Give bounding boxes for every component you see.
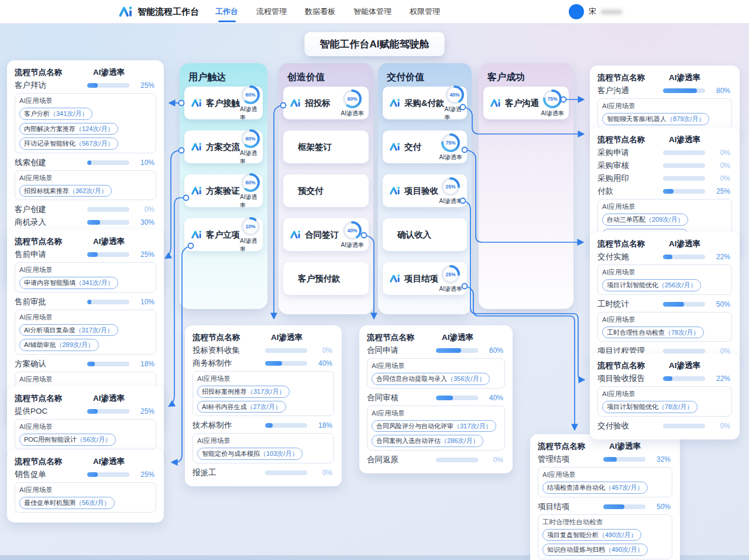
user-block[interactable]: 宋 xxxxxx bbox=[569, 4, 622, 19]
donut-block: 60% AI渗透率 bbox=[240, 128, 261, 166]
ai-scene-box: AI应用场景 智能定价与成本模拟（103次/月） bbox=[193, 433, 334, 463]
ai-scene-tag: AI分析项目复杂度（317次/月） bbox=[19, 324, 118, 336]
tag-count: （341次/月） bbox=[50, 110, 88, 117]
process-row-label: 商务标制作 bbox=[193, 358, 265, 369]
progress-bar-fill bbox=[603, 457, 617, 462]
progress-bar-fill bbox=[87, 472, 98, 477]
node-name-header: 流程节点名称 bbox=[15, 456, 87, 467]
tag-name: 项目计划智能优化 bbox=[607, 281, 658, 288]
process-node-label: 框架签订 bbox=[298, 142, 332, 153]
donut-percent-value: 40% bbox=[450, 92, 461, 98]
process-node-card[interactable]: 项目结项 25% AI渗透率 bbox=[383, 262, 467, 295]
nav-item-3[interactable]: 智能体管理 bbox=[352, 0, 393, 23]
process-row: 交付验收 0% bbox=[597, 421, 732, 431]
node-name-header: 流程节点名称 bbox=[15, 393, 87, 404]
app-logo: 智能流程工作台 bbox=[118, 4, 199, 19]
process-node-card[interactable]: 项目验收 25% AI渗透率 bbox=[383, 174, 467, 207]
tag-name: 工时合理性自动检查 bbox=[607, 329, 665, 336]
process-row: 客户沟通 80% bbox=[597, 85, 732, 96]
ai-scene-label: AI应用场景 bbox=[197, 375, 329, 383]
process-row-label: 线索创建 bbox=[15, 157, 87, 168]
progress-bar bbox=[663, 150, 705, 155]
tag-name: 客户分析 bbox=[24, 110, 50, 117]
process-node-card[interactable]: 方案验证 60% AI渗透率 bbox=[184, 174, 263, 207]
progress-bar bbox=[663, 255, 705, 259]
process-node-card[interactable]: 客户接触 60% AI渗透率 bbox=[184, 87, 263, 119]
ai-badge-icon bbox=[191, 97, 202, 109]
process-row-label: 售前审批 bbox=[15, 297, 87, 307]
avatar[interactable] bbox=[569, 4, 584, 19]
ai-scene-label: AI应用场景 bbox=[602, 102, 727, 111]
rate-header: AI渗透率 bbox=[603, 441, 672, 452]
nav-item-0[interactable]: 工作台 bbox=[214, 0, 239, 23]
progress-percent: 0% bbox=[311, 346, 332, 355]
donut-chart: 10% bbox=[240, 216, 261, 237]
process-node-card[interactable]: 客户预付款 bbox=[283, 262, 369, 295]
process-node-card[interactable]: 交付 75% AI渗透率 bbox=[383, 130, 467, 163]
ai-scene-label: AI应用场景 bbox=[19, 174, 152, 183]
process-node-card[interactable]: 招投标 60% AI渗透率 bbox=[283, 87, 369, 119]
app-title: 智能流程工作台 bbox=[138, 6, 199, 18]
progress-percent: 10% bbox=[133, 298, 154, 306]
progress-percent: 40% bbox=[311, 359, 332, 367]
tag-name: 申请内容智能预填 bbox=[24, 279, 75, 286]
process-row-label: 方案确认 bbox=[15, 359, 87, 369]
process-node-card[interactable]: 客户立项 10% AI渗透率 bbox=[184, 218, 263, 251]
process-row-label: 交付验收 bbox=[597, 421, 663, 431]
progress-percent: 32% bbox=[650, 455, 671, 463]
process-node-card[interactable]: 采购&付款 40% AI渗透率 bbox=[383, 87, 467, 119]
donut-block: 25% AI渗透率 bbox=[439, 176, 462, 205]
progress-bar bbox=[663, 376, 705, 381]
progress-bar-fill bbox=[87, 220, 100, 225]
nav-menu: 工作台流程管理数据看板智能体管理权限管理 bbox=[214, 0, 441, 23]
process-row-label: 客户创建 bbox=[15, 204, 87, 215]
tag-count: （457次/月） bbox=[605, 484, 643, 491]
tag-count: （78次/月） bbox=[658, 403, 693, 410]
ai-scene-tags: 招投标线索推荐（362次/月） bbox=[19, 185, 152, 197]
ai-scene-tag: AI标书内容生成（27次/月） bbox=[197, 401, 286, 413]
progress-percent: 0% bbox=[709, 174, 730, 183]
process-node-card[interactable]: 方案交流 60% AI渗透率 bbox=[184, 130, 263, 163]
process-node-label: 客户沟通 bbox=[505, 98, 539, 109]
ai-badge-icon bbox=[191, 185, 202, 197]
nav-item-4[interactable]: 权限管理 bbox=[408, 0, 441, 23]
stage-column-title: 客户成功 bbox=[479, 63, 573, 84]
progress-bar-fill bbox=[87, 252, 98, 257]
nav-item-1[interactable]: 流程管理 bbox=[255, 0, 288, 23]
progress-percent: 22% bbox=[709, 375, 730, 383]
process-row: 付款 25% bbox=[597, 186, 732, 197]
donut-block: 40% AI渗透率 bbox=[341, 220, 364, 249]
process-row: 报派工 0% bbox=[193, 468, 334, 478]
ai-scene-box: AI应用场景 POC用例智能设计（56次/月） bbox=[15, 419, 156, 449]
process-row-label: 采购审核 bbox=[597, 160, 663, 171]
top-navbar: 智能流程工作台 工作台流程管理数据看板智能体管理权限管理 宋 xxxxxx bbox=[0, 0, 749, 23]
ai-scene-tag: 自动三单匹配（209次/月） bbox=[602, 214, 688, 226]
progress-percent: 40% bbox=[482, 394, 503, 402]
donut-percent-value: 25% bbox=[446, 272, 456, 277]
process-row-label: 合同审核 bbox=[367, 393, 436, 403]
stage-column-title: 交付价值 bbox=[378, 63, 472, 84]
progress-bar bbox=[603, 504, 645, 509]
process-node-label: 客户立项 bbox=[206, 229, 240, 241]
process-row: 项目结项 50% bbox=[538, 501, 672, 512]
process-node-card[interactable]: 确认收入 bbox=[383, 218, 467, 251]
ai-scene-box: AI应用场景 项目计划智能优化（78次/月） bbox=[597, 386, 732, 417]
process-node-card[interactable]: 框架签订 bbox=[283, 130, 369, 163]
tag-name: 合同案例入选自动评估 bbox=[376, 437, 441, 444]
process-row-label: 投标资料收集 bbox=[193, 345, 265, 356]
progress-percent: 18% bbox=[311, 421, 332, 430]
process-node-card[interactable]: 预交付 bbox=[283, 174, 369, 207]
process-node-card[interactable]: 合同签订 40% AI渗透率 bbox=[283, 218, 369, 251]
process-node-card[interactable]: 客户沟通 75% AI渗透率 bbox=[483, 87, 569, 119]
nav-item-2[interactable]: 数据看板 bbox=[304, 0, 336, 23]
detail-card-B2: 流程节点名称 AI渗透率 合同申请 60% AI应用场景 合同信息自动提取与录入… bbox=[359, 325, 513, 473]
ai-badge-icon bbox=[290, 97, 301, 109]
progress-bar-fill bbox=[436, 396, 453, 400]
ai-scene-label: AI应用场景 bbox=[602, 268, 727, 277]
progress-bar bbox=[663, 349, 705, 353]
tag-count: （78次/月） bbox=[665, 329, 699, 336]
ai-scene-box: AI应用场景 招投标线索推荐（362次/月） bbox=[15, 170, 156, 201]
ai-scene-tags: 客户分析（341次/月） 内部解决方案推荐（124次/月） 拜访记录智能转化（5… bbox=[19, 108, 152, 150]
donut-chart: 75% bbox=[440, 132, 461, 153]
node-name-header: 流程节点名称 bbox=[15, 236, 87, 247]
